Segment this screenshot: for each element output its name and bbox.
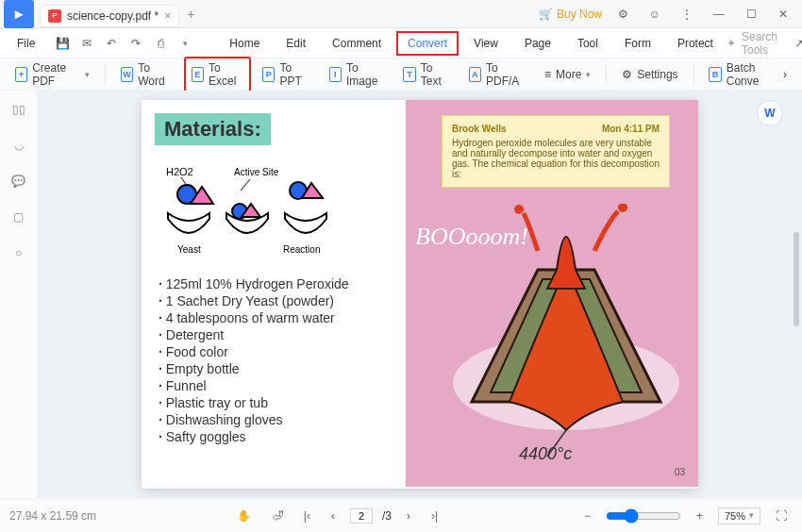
excel-icon: E xyxy=(192,67,204,82)
svg-line-1 xyxy=(241,179,250,191)
file-menu[interactable]: File xyxy=(8,33,44,54)
close-tab-icon[interactable]: × xyxy=(164,9,171,23)
document-tab[interactable]: P science-copy.pdf * × xyxy=(40,5,179,27)
list-item: Dishwashing gloves xyxy=(159,412,393,427)
to-image-button[interactable]: ITo Image xyxy=(322,57,393,92)
zoom-out-button[interactable]: − xyxy=(578,507,596,524)
zoom-in-button[interactable]: + xyxy=(691,507,709,524)
new-tab-button[interactable]: + xyxy=(187,7,194,22)
tab-page[interactable]: Page xyxy=(513,31,562,56)
pdf-page-right: Brook Wells Mon 4:11 PM Hydrogen peroxid… xyxy=(406,100,698,487)
to-excel-button[interactable]: ETo Excel xyxy=(184,57,252,92)
statusbar: 27.94 x 21.59 cm ✋ ⮰ |‹ ‹ /3 › ›| − + 75… xyxy=(0,498,802,532)
list-item: Detergent xyxy=(159,327,393,342)
to-text-button[interactable]: TTo Text xyxy=(395,57,457,92)
batch-convert-button[interactable]: BBatch Conve› xyxy=(701,57,794,92)
tab-home[interactable]: Home xyxy=(218,31,271,56)
comments-icon[interactable]: 💬 xyxy=(9,172,28,191)
save-icon[interactable]: 💾 xyxy=(54,35,71,52)
pdfa-icon: A xyxy=(469,67,481,82)
word-export-badge[interactable]: W xyxy=(757,100,783,126)
svg-text:Reaction: Reaction xyxy=(283,244,320,255)
zoom-slider[interactable] xyxy=(606,508,681,524)
svg-point-11 xyxy=(514,205,524,214)
share-icon[interactable]: ↗ xyxy=(791,35,802,52)
boom-text: BOOooom! xyxy=(415,223,528,251)
word-icon: W xyxy=(121,67,133,82)
to-word-button[interactable]: WTo Word xyxy=(113,57,180,92)
tab-filename: science-copy.pdf * xyxy=(67,9,159,23)
settings-button[interactable]: ⚙Settings xyxy=(614,63,685,86)
tab-protect[interactable]: Protect xyxy=(666,31,725,56)
batch-icon: B xyxy=(709,67,721,82)
last-page-button[interactable]: ›| xyxy=(426,507,443,524)
tab-edit[interactable]: Edit xyxy=(275,31,317,56)
first-page-button[interactable]: |‹ xyxy=(298,507,316,524)
bookmarks-icon[interactable]: ◡ xyxy=(9,136,28,155)
pdf-page-left: Materials: H2O2 Active Site xyxy=(142,100,406,487)
note-body: Hydrogen peroxide molecules are very uns… xyxy=(452,138,660,179)
buy-now-link[interactable]: 🛒 Buy Now xyxy=(539,8,602,21)
undo-icon[interactable]: ↶ xyxy=(103,35,120,52)
prev-page-button[interactable]: ‹ xyxy=(326,507,341,524)
vertical-scrollbar[interactable] xyxy=(794,232,799,326)
menubar: File 💾 ✉ ↶ ↷ ⎙ ▾ Home Edit Comment Conve… xyxy=(0,28,802,58)
list-item: 125ml 10% Hydrogen Peroxide xyxy=(159,276,393,291)
fit-page-icon[interactable]: ⛶ xyxy=(770,507,793,524)
search-icon[interactable]: ○ xyxy=(9,243,28,262)
page-total: /3 xyxy=(382,509,392,523)
chevron-down-icon: ▾ xyxy=(586,70,591,79)
svg-text:Yeast: Yeast xyxy=(177,244,201,255)
mail-icon[interactable]: ✉ xyxy=(78,35,95,52)
list-item: Empty bottle xyxy=(159,361,393,376)
materials-list: 125ml 10% Hydrogen Peroxide 1 Sachet Dry… xyxy=(159,276,393,444)
image-icon: I xyxy=(329,67,342,82)
plus-icon: + xyxy=(15,67,27,82)
list-item: 1 Sachet Dry Yeast (powder) xyxy=(159,293,393,308)
quick-access-chevron-icon[interactable]: ▾ xyxy=(176,35,193,52)
chevron-down-icon: ▾ xyxy=(85,70,90,79)
notifications-icon[interactable]: ⚙ xyxy=(611,3,634,25)
search-tools[interactable]: ✦ Search Tools xyxy=(727,30,777,57)
comment-note[interactable]: Brook Wells Mon 4:11 PM Hydrogen peroxid… xyxy=(442,115,670,188)
close-window-button[interactable]: ✕ xyxy=(772,3,794,25)
select-tool-icon[interactable]: ⮰ xyxy=(266,507,289,524)
thumbnails-icon[interactable]: ▯▯ xyxy=(9,100,28,119)
note-author: Brook Wells xyxy=(452,124,507,134)
zoom-dropdown[interactable]: 75%▾ xyxy=(718,507,760,524)
text-icon: T xyxy=(403,67,415,82)
attachments-icon[interactable]: ▢ xyxy=(9,208,28,226)
create-pdf-button[interactable]: +Create PDF▾ xyxy=(8,57,97,92)
page-dimensions: 27.94 x 21.59 cm xyxy=(9,509,96,523)
materials-heading: Materials: xyxy=(155,113,271,145)
tab-convert[interactable]: Convert xyxy=(396,31,459,56)
to-pdfa-button[interactable]: ATo PDF/A xyxy=(461,57,534,92)
note-time: Mon 4:11 PM xyxy=(602,124,660,134)
tab-form[interactable]: Form xyxy=(613,31,662,56)
titlebar: ▸ P science-copy.pdf * × + 🛒 Buy Now ⚙ ☺… xyxy=(0,0,802,28)
print-icon[interactable]: ⎙ xyxy=(152,35,169,52)
hand-tool-icon[interactable]: ✋ xyxy=(231,507,257,524)
more-button[interactable]: ≡More▾ xyxy=(537,63,598,86)
tab-comment[interactable]: Comment xyxy=(321,31,393,56)
ribbon-tabs: Home Edit Comment Convert View Page Tool… xyxy=(218,31,725,56)
tab-view[interactable]: View xyxy=(462,31,510,56)
minimize-button[interactable]: — xyxy=(708,3,730,25)
label-h2o2: H2O2 xyxy=(166,166,193,177)
tab-tool[interactable]: Tool xyxy=(566,31,610,56)
list-item: Funnel xyxy=(159,378,393,393)
kebab-menu-icon[interactable]: ⋮ xyxy=(676,3,698,25)
redo-icon[interactable]: ↷ xyxy=(127,35,144,52)
page-input[interactable] xyxy=(350,508,373,524)
maximize-button[interactable]: ☐ xyxy=(740,3,762,25)
overflow-icon: › xyxy=(783,68,787,81)
next-page-button[interactable]: › xyxy=(401,507,416,524)
document-viewport[interactable]: W Materials: H2O2 Active Site xyxy=(38,91,802,498)
list-item: Plastic tray or tub xyxy=(159,395,393,410)
list-item: Safty goggles xyxy=(159,429,393,444)
user-icon[interactable]: ☺ xyxy=(643,3,666,25)
ppt-icon: P xyxy=(262,67,275,82)
pdf-icon: P xyxy=(48,9,61,23)
gear-icon: ⚙ xyxy=(622,68,632,81)
to-ppt-button[interactable]: PTo PPT xyxy=(255,57,317,92)
